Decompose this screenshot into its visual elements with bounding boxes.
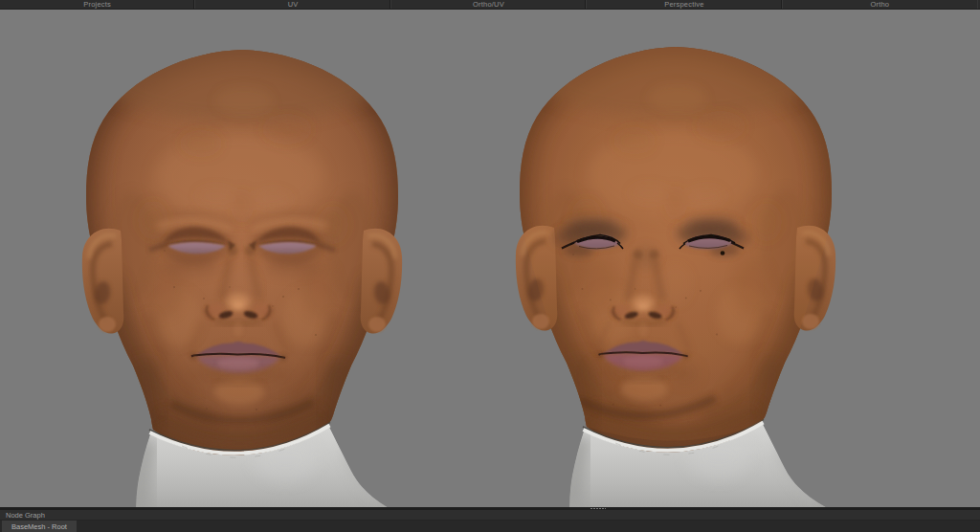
tab-uv-label: UV bbox=[288, 0, 299, 9]
splitter-handle-icon bbox=[590, 508, 606, 509]
node-graph-panel-title: Node Graph bbox=[0, 511, 45, 520]
node-graph-panel-header[interactable]: Node Graph bbox=[0, 510, 980, 520]
node-graph-tab-basemesh-root[interactable]: BaseMesh - Root bbox=[2, 521, 77, 532]
tab-ortho[interactable]: Ortho bbox=[782, 0, 978, 9]
tab-perspective-label: Perspective bbox=[664, 0, 703, 9]
tab-ortho-uv[interactable]: Ortho/UV bbox=[390, 0, 586, 9]
view-tabbar: Projects UV Ortho/UV Perspective Ortho bbox=[0, 0, 980, 10]
tab-perspective[interactable]: Perspective bbox=[586, 0, 781, 9]
node-graph-tabbar: BaseMesh - Root bbox=[0, 520, 980, 532]
node-graph-tab-label: BaseMesh - Root bbox=[11, 522, 67, 531]
tab-ortho-label: Ortho bbox=[870, 0, 889, 9]
viewport-canvas[interactable] bbox=[0, 10, 980, 507]
tab-projects-label: Projects bbox=[83, 0, 111, 9]
viewport-3d-scene bbox=[0, 10, 980, 507]
tab-uv[interactable]: UV bbox=[194, 0, 390, 9]
application-window: Projects UV Ortho/UV Perspective Ortho bbox=[0, 0, 980, 532]
tab-projects[interactable]: Projects bbox=[0, 0, 194, 9]
tab-ortho-uv-label: Ortho/UV bbox=[473, 0, 504, 9]
